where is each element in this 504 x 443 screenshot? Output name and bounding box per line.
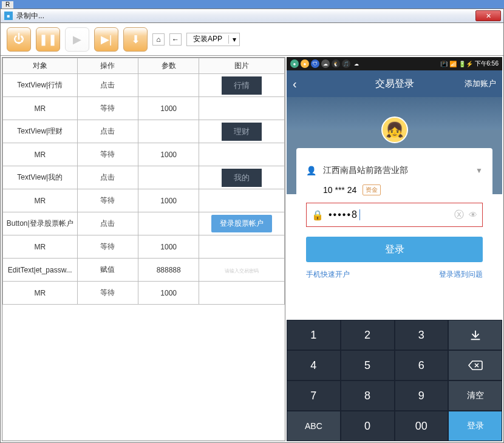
home-button[interactable]: ⌂ — [152, 33, 165, 46]
clear-icon[interactable]: ⓧ — [454, 209, 464, 222]
cell-op: 点击 — [77, 120, 138, 143]
key-abc[interactable]: ABC — [287, 411, 341, 441]
login-help-link[interactable]: 登录遇到问题 — [439, 269, 483, 280]
account-number: 10 *** 24 — [323, 185, 356, 195]
phone-banner: 👧 — [287, 97, 502, 130]
steps-table: 对象 操作 参数 图片 TextView|行情点击行情MR等待1000TextV… — [2, 58, 285, 305]
content: 对象 操作 参数 图片 TextView|行情点击行情MR等待1000TextV… — [1, 56, 503, 442]
key-2[interactable]: 2 — [341, 320, 395, 350]
install-app-dropdown[interactable]: 安装APP ▾ — [186, 33, 240, 46]
cell-op: 等待 — [77, 235, 138, 259]
key-login[interactable]: 登录 — [448, 411, 502, 441]
download-button[interactable]: ⬇ — [123, 27, 148, 52]
branch-row[interactable]: 👤 江西南昌站前路营业部 ▼ — [306, 159, 483, 182]
password-value: •••••8 — [329, 209, 449, 221]
table-row[interactable]: EditText|et_passw...赋值888888请输入交易密码 — [3, 259, 285, 282]
avatar: 👧 — [381, 117, 408, 143]
cell-op: 点击 — [77, 212, 138, 235]
table-row[interactable]: MR等待1000 — [3, 189, 285, 212]
table-row[interactable]: MR等待1000 — [3, 235, 285, 259]
eye-icon[interactable]: 👁 — [469, 210, 477, 220]
close-button[interactable]: ✕ — [475, 10, 501, 21]
account-badge: 资金 — [363, 184, 381, 195]
key-6[interactable]: 6 — [395, 350, 449, 380]
key-7[interactable]: 7 — [287, 380, 341, 411]
steps-panel: 对象 操作 参数 图片 TextView|行情点击行情MR等待1000TextV… — [2, 57, 285, 441]
key-hide[interactable] — [448, 320, 502, 350]
login-card: 👤 江西南昌站前路营业部 ▼ 10 *** 24 资金 🔒 •••••8 ⓧ — [296, 148, 492, 288]
cell-img: 登录股票帐户 — [199, 212, 285, 235]
branch-name: 江西南昌站前路营业部 — [323, 165, 469, 176]
quick-open-link[interactable]: 手机快速开户 — [306, 269, 350, 280]
chevron-down-icon: ▼ — [475, 166, 483, 175]
pause-button[interactable]: ❚❚ — [36, 27, 60, 52]
cell-img — [199, 235, 285, 259]
key-9[interactable]: 9 — [395, 380, 449, 411]
window-titlebar[interactable]: ■ 录制中... ✕ — [0, 8, 504, 23]
cell-op: 等待 — [77, 282, 138, 305]
key-clear[interactable]: 清空 — [448, 380, 502, 411]
table-row[interactable]: MR等待1000 — [3, 143, 285, 166]
cell-obj: TextView|我的 — [3, 166, 78, 189]
cell-obj: MR — [3, 282, 78, 305]
status-icon: ● — [301, 59, 309, 68]
key-00[interactable]: 00 — [395, 411, 449, 441]
login-links: 手机快速开户 登录遇到问题 — [306, 269, 483, 280]
cell-obj: MR — [3, 143, 78, 166]
phone-title: 交易登录 — [375, 78, 414, 90]
next-icon: ▶| — [101, 33, 112, 46]
key-3[interactable]: 3 — [395, 320, 449, 350]
phone-back-button[interactable]: ‹ — [293, 77, 297, 91]
cell-param — [138, 74, 199, 97]
table-row[interactable]: MR等待1000 — [3, 282, 285, 305]
key-backspace[interactable] — [448, 350, 502, 380]
password-input[interactable]: 🔒 •••••8 ⓧ 👁 — [306, 203, 483, 227]
stop-button[interactable]: ⏻ — [7, 27, 31, 52]
cell-param — [138, 120, 199, 143]
th-op: 操作 — [77, 58, 138, 74]
status-icons-left: ● ● 🛡 ☁ 🐧 🎵 ☁ — [290, 59, 361, 68]
back-button[interactable]: ← — [169, 33, 182, 46]
cell-param: 1000 — [138, 189, 199, 212]
stop-icon: ⏻ — [13, 33, 24, 46]
window-title: 录制中... — [16, 11, 44, 21]
back-icon: ← — [172, 35, 179, 44]
install-label: 安装APP — [187, 34, 228, 44]
phone-body: 👧 👤 江西南昌站前路营业部 ▼ 10 *** 24 资金 — [287, 97, 502, 320]
app-icon: ■ — [4, 12, 13, 20]
table-row[interactable]: Button|登录股票帐户点击登录股票帐户 — [3, 212, 285, 235]
os-titlebar: R — [0, 0, 504, 8]
account-row: 10 *** 24 资金 — [306, 184, 483, 195]
cell-op: 等待 — [77, 189, 138, 212]
cell-obj: EditText|et_passw... — [3, 259, 78, 282]
vibrate-icon: 📳 — [440, 61, 448, 67]
table-row[interactable]: MR等待1000 — [3, 97, 285, 120]
cell-op: 点击 — [77, 74, 138, 97]
status-icon: 🎵 — [342, 59, 350, 68]
wifi-icon: 📶 — [449, 61, 457, 67]
status-icon: 🐧 — [332, 59, 340, 68]
cell-img: 理财 — [199, 120, 285, 143]
add-account-button[interactable]: 添加账户 — [465, 78, 496, 89]
key-5[interactable]: 5 — [341, 350, 395, 380]
cell-obj: Button|登录股票帐户 — [3, 212, 78, 235]
key-8[interactable]: 8 — [341, 380, 395, 411]
home-icon: ⌂ — [156, 35, 160, 44]
table-row[interactable]: TextView|我的点击我的 — [3, 166, 285, 189]
table-row[interactable]: TextView|理财点击理财 — [3, 120, 285, 143]
cell-op: 赋值 — [77, 259, 138, 282]
next-button[interactable]: ▶| — [94, 27, 118, 52]
user-icon: 👤 — [306, 166, 317, 175]
cell-param: 1000 — [138, 143, 199, 166]
cell-obj: MR — [3, 235, 78, 259]
device-preview: ● ● 🛡 ☁ 🐧 🎵 ☁ 📳 📶 🔋⚡ 下午6:56 — [287, 57, 502, 441]
table-row[interactable]: TextView|行情点击行情 — [3, 74, 285, 97]
chevron-down-icon: ▾ — [228, 35, 239, 44]
login-button[interactable]: 登录 — [306, 237, 483, 262]
key-0[interactable]: 0 — [341, 411, 395, 441]
key-1[interactable]: 1 — [287, 320, 341, 350]
key-4[interactable]: 4 — [287, 350, 341, 380]
battery-icon: 🔋⚡ — [458, 61, 473, 67]
cell-img — [199, 282, 285, 305]
cell-op: 点击 — [77, 166, 138, 189]
